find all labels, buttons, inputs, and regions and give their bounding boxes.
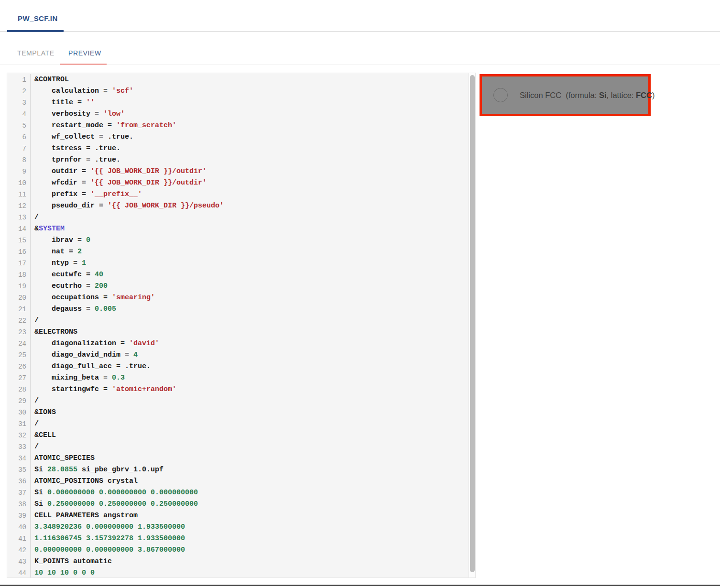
tab-preview[interactable]: PREVIEW — [68, 49, 101, 57]
line-code: Si 28.0855 si_pbe_gbrv_1.0.upf — [31, 464, 164, 476]
material-formula: Si — [599, 91, 607, 99]
line-code: / — [31, 212, 39, 223]
code-line: 420.000000000 0.000000000 3.867000000 — [7, 544, 475, 556]
line-code: verbosity = 'low' — [31, 109, 125, 120]
code-line: 7 tstress = .true. — [7, 143, 475, 154]
line-number: 13 — [7, 212, 31, 223]
window-bottom-edge — [0, 585, 720, 586]
line-code: &ELECTRONS — [31, 327, 77, 338]
line-code: &CONTROL — [31, 74, 69, 86]
line-code: ATOMIC_POSITIONS crystal — [31, 476, 138, 487]
line-number: 40 — [7, 522, 31, 533]
line-number: 36 — [7, 476, 31, 487]
line-code: nat = 2 — [31, 246, 82, 258]
code-line: 5 restart_mode = 'from_scratch' — [7, 120, 475, 131]
line-code: K_POINTS automatic — [31, 556, 112, 567]
line-code: outdir = '{{ JOB_WORK_DIR }}/outdir' — [31, 166, 207, 177]
line-number: 38 — [7, 499, 31, 510]
code-line: 4410 10 10 0 0 0 — [7, 567, 475, 578]
code-line: 15 ibrav = 0 — [7, 235, 475, 246]
code-line: 33/ — [7, 441, 475, 453]
file-tab-pw-scf-in[interactable]: PW_SCF.IN — [18, 14, 58, 22]
line-code: / — [31, 395, 39, 407]
code-line: 29/ — [7, 395, 475, 407]
line-number: 9 — [7, 166, 31, 177]
code-line: 411.116306745 3.157392278 1.933500000 — [7, 533, 475, 544]
tab-template[interactable]: TEMPLATE — [17, 49, 55, 57]
code-line: 11 prefix = '__prefix__' — [7, 189, 475, 200]
code-line: 8 tprnfor = .true. — [7, 154, 475, 166]
line-number: 11 — [7, 189, 31, 200]
line-number: 42 — [7, 544, 31, 556]
line-number: 39 — [7, 510, 31, 522]
line-code: prefix = '__prefix__' — [31, 189, 142, 200]
line-code: diago_full_acc = .true. — [31, 361, 151, 372]
line-number: 19 — [7, 281, 31, 292]
line-code: occupations = 'smearing' — [31, 292, 155, 304]
line-code: wfcdir = '{{ JOB_WORK_DIR }}/outdir' — [31, 177, 207, 189]
code-line: 31/ — [7, 418, 475, 430]
line-code: title = '' — [31, 97, 95, 109]
line-code: diagonalization = 'david' — [31, 338, 159, 349]
preview-active-underline — [60, 64, 107, 65]
line-number: 27 — [7, 372, 31, 384]
line-number: 4 — [7, 109, 31, 120]
line-code: Si 0.250000000 0.250000000 0.250000000 — [31, 499, 198, 510]
radio-button[interactable] — [493, 88, 508, 102]
material-option-silicon-fcc[interactable]: Silicon FCC (formula: Si, lattice: FCC) — [480, 74, 651, 116]
code-line: 28 startingwfc = 'atomic+random' — [7, 384, 475, 395]
code-editor[interactable]: 1&CONTROL2 calculation = 'scf'3 title = … — [7, 73, 476, 578]
line-code: / — [31, 315, 39, 327]
line-code: ntyp = 1 — [31, 258, 86, 269]
line-code: 3.348920236 0.000000000 1.933500000 — [31, 522, 185, 533]
line-code: calculation = 'scf' — [31, 86, 133, 97]
code-line: 403.348920236 0.000000000 1.933500000 — [7, 522, 475, 533]
code-line: 35Si 28.0855 si_pbe_gbrv_1.0.upf — [7, 464, 475, 476]
line-code: wf_collect = .true. — [31, 131, 133, 143]
line-number: 6 — [7, 131, 31, 143]
line-number: 43 — [7, 556, 31, 567]
line-number: 35 — [7, 464, 31, 476]
line-code: 1.116306745 3.157392278 1.933500000 — [31, 533, 185, 544]
code-line: 19 ecutrho = 200 — [7, 281, 475, 292]
line-code: / — [31, 441, 39, 453]
line-code: ATOMIC_SPECIES — [31, 453, 95, 464]
code-line: 24 diagonalization = 'david' — [7, 338, 475, 349]
code-line: 34ATOMIC_SPECIES — [7, 453, 475, 464]
line-number: 24 — [7, 338, 31, 349]
code-line: 2 calculation = 'scf' — [7, 86, 475, 97]
line-number: 33 — [7, 441, 31, 453]
code-lines: 1&CONTROL2 calculation = 'scf'3 title = … — [7, 74, 475, 578]
code-line: 37Si 0.000000000 0.000000000 0.000000000 — [7, 487, 475, 499]
line-code: &SYSTEM — [31, 223, 65, 235]
line-code: 10 10 10 0 0 0 — [31, 567, 95, 578]
code-line: 18 ecutwfc = 40 — [7, 269, 475, 281]
code-line: 27 mixing_beta = 0.3 — [7, 372, 475, 384]
line-code: startingwfc = 'atomic+random' — [31, 384, 176, 395]
line-number: 28 — [7, 384, 31, 395]
line-code: ecutwfc = 40 — [31, 269, 103, 281]
code-line: 23&ELECTRONS — [7, 327, 475, 338]
line-number: 7 — [7, 143, 31, 154]
line-code: 0.000000000 0.000000000 3.867000000 — [31, 544, 185, 556]
line-number: 18 — [7, 269, 31, 281]
material-lattice: FCC — [636, 91, 652, 99]
line-number: 3 — [7, 97, 31, 109]
material-label: Silicon FCC (formula: Si, lattice: FCC) — [520, 91, 655, 100]
line-code: mixing_beta = 0.3 — [31, 372, 125, 384]
editor-scrollbar[interactable] — [469, 73, 475, 577]
line-number: 44 — [7, 567, 31, 578]
code-line: 26 diago_full_acc = .true. — [7, 361, 475, 372]
code-line: 6 wf_collect = .true. — [7, 131, 475, 143]
line-code: degauss = 0.005 — [31, 304, 116, 315]
line-code: CELL_PARAMETERS angstrom — [31, 510, 138, 522]
line-number: 17 — [7, 258, 31, 269]
code-line: 21 degauss = 0.005 — [7, 304, 475, 315]
line-code: &CELL — [31, 430, 56, 441]
code-line: 10 wfcdir = '{{ JOB_WORK_DIR }}/outdir' — [7, 177, 475, 189]
code-line: 13/ — [7, 212, 475, 223]
editor-scrollbar-thumb[interactable] — [470, 75, 475, 572]
subtab-divider — [0, 65, 720, 65]
line-number: 26 — [7, 361, 31, 372]
code-line: 38Si 0.250000000 0.250000000 0.250000000 — [7, 499, 475, 510]
